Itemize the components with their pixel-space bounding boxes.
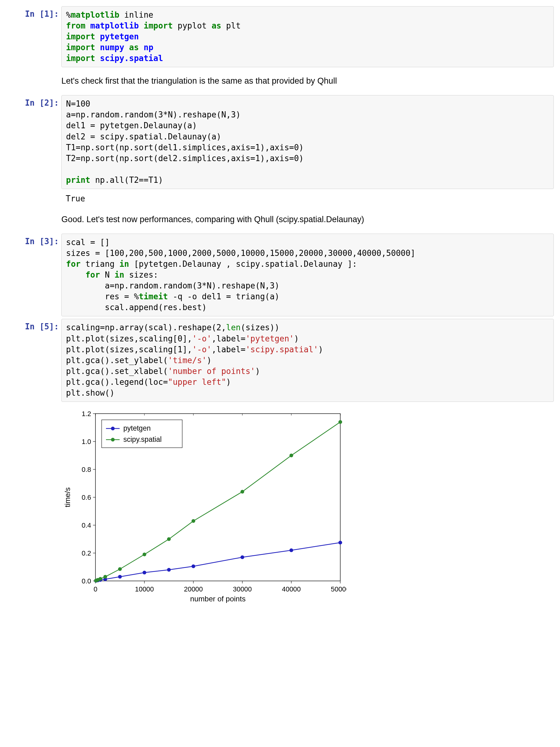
svg-point-64 [111,438,114,441]
svg-text:40000: 40000 [282,585,301,593]
svg-point-44 [240,556,244,559]
cell-prompt: In [2]: [6,95,61,189]
notebook-cell: In [5]: scaling=np.array(scal).reshape(2… [6,319,554,402]
svg-point-53 [143,553,146,557]
svg-point-51 [103,575,107,579]
notebook-cell: Good. Let's test now performances, compa… [6,208,554,231]
cell-prompt-empty [6,191,61,206]
code-input[interactable]: %matplotlib inline from matplotlib impor… [61,6,554,67]
cell-prompt-empty [6,208,61,231]
svg-text:1.2: 1.2 [81,410,91,418]
svg-text:30000: 30000 [233,585,252,593]
svg-text:scipy.spatial: scipy.spatial [123,435,162,443]
svg-point-43 [192,565,195,568]
svg-text:1.0: 1.0 [81,438,91,445]
svg-text:0.0: 0.0 [81,577,91,585]
chart-output: 010000200003000040000500000.00.20.40.60.… [61,404,554,606]
svg-point-50 [99,577,102,581]
svg-point-52 [118,567,122,571]
markdown-text: Let's check first that the triangulation… [61,70,554,93]
code-input[interactable]: N=100 a=np.random.random(3*N).reshape(N,… [61,95,554,189]
svg-point-40 [118,575,122,579]
svg-point-46 [338,541,342,544]
svg-text:0.4: 0.4 [81,521,91,529]
svg-point-61 [111,427,114,430]
svg-point-55 [192,519,195,523]
svg-text:time/s: time/s [63,487,72,507]
cell-prompt-empty [6,404,61,606]
svg-point-57 [289,454,293,457]
notebook-output: True [6,191,554,206]
svg-point-42 [167,568,171,572]
notebook-cell: In [3]: scal = [] sizes = [100,200,500,1… [6,234,554,317]
svg-point-54 [167,537,171,541]
output-text: True [61,191,554,206]
notebook-cell: In [1]: %matplotlib inline from matplotl… [6,6,554,67]
cell-prompt-empty [6,70,61,93]
svg-text:0.2: 0.2 [81,549,91,557]
svg-text:pytetgen: pytetgen [123,424,151,432]
markdown-text: Good. Let's test now performances, compa… [61,208,554,231]
svg-point-56 [240,490,244,494]
svg-point-41 [143,571,146,574]
cell-prompt: In [3]: [6,234,61,317]
notebook-cell: Let's check first that the triangulation… [6,70,554,93]
code-input[interactable]: scaling=np.array(scal).reshape(2,len(siz… [61,319,554,402]
svg-point-45 [289,548,293,552]
svg-text:10000: 10000 [135,585,154,593]
svg-text:number of points: number of points [190,595,246,603]
svg-text:0.8: 0.8 [81,466,91,473]
svg-text:50000: 50000 [331,585,347,593]
cell-prompt: In [1]: [6,6,61,67]
notebook-cell: In [2]: N=100 a=np.random.random(3*N).re… [6,95,554,189]
code-input[interactable]: scal = [] sizes = [100,200,500,1000,2000… [61,234,554,317]
cell-prompt: In [5]: [6,319,61,402]
svg-text:20000: 20000 [184,585,203,593]
svg-text:0.6: 0.6 [81,494,91,501]
svg-text:0: 0 [94,585,97,593]
svg-point-58 [338,420,342,424]
notebook-output: 010000200003000040000500000.00.20.40.60.… [6,404,554,606]
line-chart: 010000200003000040000500000.00.20.40.60.… [61,407,347,606]
